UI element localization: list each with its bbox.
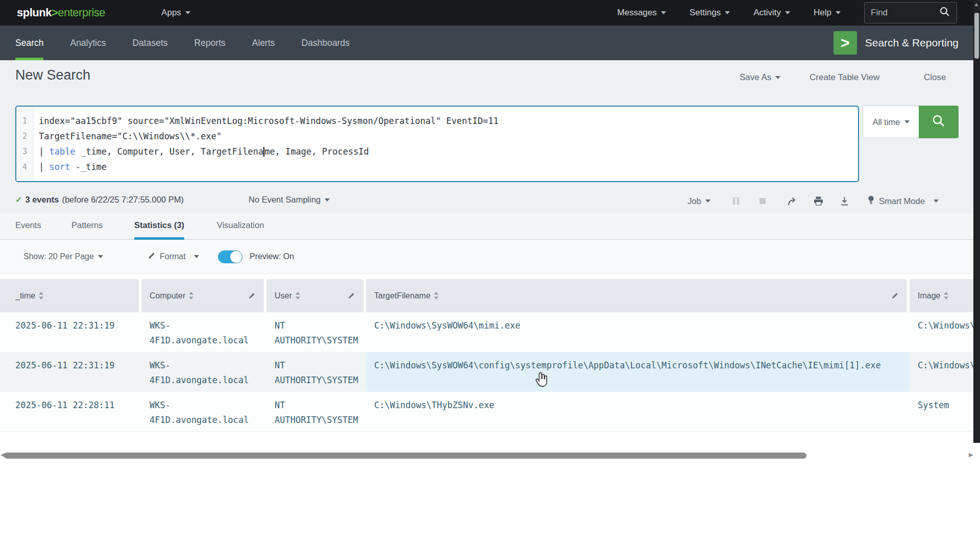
menu-messages[interactable]: Messages <box>617 8 666 18</box>
table-cell[interactable]: WKS-4F1D.avongate.local <box>141 352 266 392</box>
tab-visualization[interactable]: Visualization <box>217 213 264 240</box>
table-cell[interactable]: 2025-06-11 22:28:11 <box>0 392 141 432</box>
tab-events[interactable]: Events <box>15 213 41 240</box>
logo-product-text: enterprise <box>58 6 105 19</box>
query-line: | table _time, Computer, User, TargetFil… <box>39 144 858 159</box>
scroll-right-arrow-icon[interactable]: ▶ <box>969 452 973 458</box>
menu-settings[interactable]: Settings <box>690 8 730 18</box>
app-badge[interactable]: > Search & Reporting <box>834 26 959 60</box>
app-nav-dashboards[interactable]: Dashboards <box>302 26 350 60</box>
app-navigation-bar: SearchAnalyticsDatasetsReportsAlertsDash… <box>0 26 980 60</box>
job-menu[interactable]: Job <box>688 189 710 213</box>
tab-patterns[interactable]: Patterns <box>71 213 103 240</box>
export-icon[interactable] <box>840 189 849 213</box>
sort-icon[interactable] <box>944 292 948 299</box>
sort-icon[interactable] <box>434 292 438 299</box>
line-number: 2 <box>16 129 33 144</box>
table-cell[interactable]: C:\Windows\SysWOW64\mimi.exe <box>366 312 910 352</box>
table-body: 2025-06-11 22:31:19WKS-4F1D.avongate.loc… <box>0 312 980 432</box>
query-line: index="aa15cbf9" source="XmlWinEventLog:… <box>39 113 858 129</box>
pencil-icon[interactable] <box>248 292 256 299</box>
apps-menu-label: Apps <box>161 8 181 18</box>
print-icon[interactable] <box>814 189 823 213</box>
table-cell[interactable]: WKS-4F1D.avongate.local <box>141 312 266 352</box>
editor-code[interactable]: index="aa15cbf9" source="XmlWinEventLog:… <box>34 107 858 181</box>
column-header-computer[interactable]: Computer <box>141 279 266 312</box>
horizontal-scrollbar-thumb[interactable] <box>4 453 806 459</box>
table-cell[interactable]: C:\Windows\S <box>910 352 980 392</box>
app-nav-analytics[interactable]: Analytics <box>70 26 106 60</box>
table-cell[interactable]: NT AUTHORITY\SYSTEM <box>266 352 366 392</box>
topbar: splunk>enterprise Apps MessagesSettingsA… <box>0 0 980 26</box>
run-search-button[interactable] <box>919 106 959 138</box>
tab-statistics[interactable]: Statistics (3) <box>134 213 184 240</box>
pencil-icon[interactable] <box>891 292 899 299</box>
sort-icon[interactable] <box>296 292 300 299</box>
column-header-user[interactable]: User <box>266 279 366 312</box>
search-icon[interactable] <box>939 6 950 19</box>
menu-label: Help <box>814 8 831 18</box>
sort-icon[interactable] <box>189 292 193 299</box>
table-cell[interactable]: 2025-06-11 22:31:19 <box>0 352 141 392</box>
menu-label: Settings <box>690 8 721 18</box>
table-row: 2025-06-11 22:28:11WKS-4F1D.avongate.loc… <box>0 392 980 432</box>
apps-menu[interactable]: Apps <box>161 8 190 18</box>
scroll-up-arrow-icon[interactable] <box>974 3 978 6</box>
spl-text: _time, Computer, User, TargetFilena <box>76 146 263 157</box>
spl-text: TargetFilename="C:\\Windows\\*.exe" <box>39 131 222 141</box>
splunk-logo[interactable]: splunk>enterprise <box>17 6 105 19</box>
share-icon[interactable] <box>787 189 798 213</box>
chevron-down-icon <box>836 11 841 14</box>
table-cell[interactable]: NT AUTHORITY\SYSTEM <box>266 312 366 352</box>
find-search-input[interactable] <box>871 8 939 18</box>
chevron-down-icon <box>775 76 780 79</box>
table-cell[interactable]: C:\Windows\SysWOW64\config\systemprofile… <box>366 352 910 392</box>
create-table-view-button[interactable]: Create Table View <box>810 72 879 83</box>
column-header-targetfilename[interactable]: TargetFilename <box>366 279 910 312</box>
app-nav-datasets[interactable]: Datasets <box>132 26 167 60</box>
editor-line-numbers: 1234 <box>16 107 34 181</box>
save-as-button[interactable]: Save As <box>740 72 780 83</box>
table-cell[interactable]: System <box>910 392 980 432</box>
event-count-detail: (before 6/22/25 7:27:55.000 PM) <box>62 195 184 205</box>
event-sampling-menu[interactable]: No Event Sampling <box>249 195 330 205</box>
app-nav-alerts[interactable]: Alerts <box>252 26 275 60</box>
statistics-table: _timeComputerUserTargetFilenameImage 202… <box>0 274 980 453</box>
table-header-row: _timeComputerUserTargetFilenameImage <box>0 279 980 312</box>
splunk-page: splunk>enterprise Apps MessagesSettingsA… <box>0 0 980 551</box>
results-tabs: EventsPatternsStatistics (3)Visualizatio… <box>0 213 980 240</box>
menu-activity[interactable]: Activity <box>753 8 790 18</box>
column-header-time[interactable]: _time <box>0 279 141 312</box>
pencil-icon[interactable] <box>348 292 355 299</box>
app-logo-icon: > <box>834 31 857 55</box>
find-search-box[interactable] <box>864 2 957 23</box>
results-controls: Show: 20 Per Page Format Preview: On <box>0 240 980 274</box>
spl-command: table <box>49 146 75 157</box>
app-nav-search[interactable]: Search <box>15 26 43 60</box>
per-page-menu[interactable]: Show: 20 Per Page <box>23 240 103 273</box>
table-cell[interactable]: 2025-06-11 22:31:19 <box>0 312 141 352</box>
app-nav-reports[interactable]: Reports <box>194 26 226 60</box>
line-number: 3 <box>16 144 33 159</box>
sort-icon[interactable] <box>39 292 43 299</box>
table-cell[interactable]: NT AUTHORITY\SYSTEM <box>266 392 366 432</box>
table-cell[interactable]: WKS-4F1D.avongate.local <box>141 392 266 432</box>
format-menu[interactable]: Format <box>148 240 199 273</box>
close-button[interactable]: Close <box>924 72 946 83</box>
menu-help[interactable]: Help <box>814 8 841 18</box>
spl-text: index="aa15cbf9" source="XmlWinEventLog:… <box>39 116 499 126</box>
column-header-image[interactable]: Image <box>910 279 980 312</box>
table-cell[interactable]: C:\Windows\S <box>910 312 980 352</box>
line-number: 4 <box>16 159 33 174</box>
column-label: Image <box>918 291 940 300</box>
job-status-row: ✓ 3 events (before 6/22/25 7:27:55.000 P… <box>0 189 980 213</box>
search-mode-menu[interactable]: Smart Mode <box>868 189 939 213</box>
vertical-scrollbar-thumb[interactable] <box>974 13 979 59</box>
vertical-scrollbar[interactable] <box>973 0 980 443</box>
table-cell[interactable]: C:\Windows\THybZSNv.exe <box>366 392 910 432</box>
time-range-picker[interactable]: All time <box>863 106 919 138</box>
preview-toggle[interactable] <box>218 251 242 263</box>
chevron-down-icon <box>934 199 939 203</box>
search-query-editor[interactable]: 1234 index="aa15cbf9" source="XmlWinEven… <box>15 106 859 182</box>
horizontal-scrollbar[interactable]: ◀ ▶ <box>0 451 980 460</box>
